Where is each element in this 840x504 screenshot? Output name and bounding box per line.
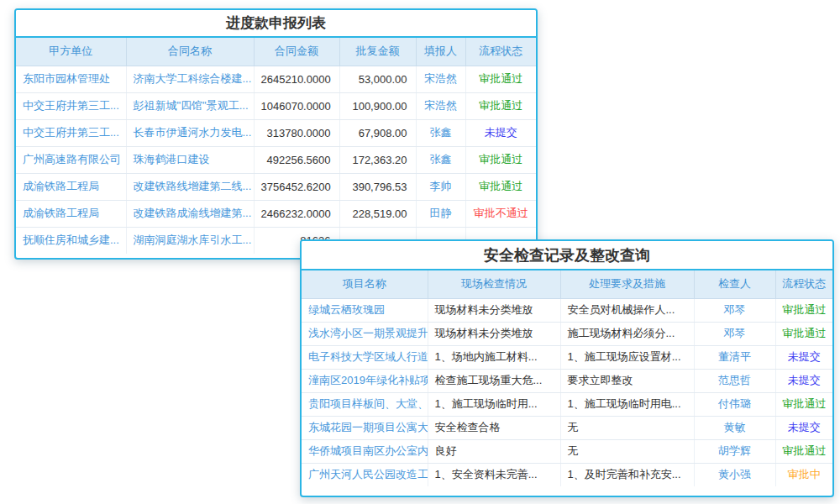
column-header-filler: 填报人 bbox=[416, 38, 465, 66]
cell-inspection: 安全检查合格 bbox=[428, 416, 560, 439]
progress-payment-table: 甲方单位合同名称合同金额批复金额填报人流程状态 东阳市园林管理处济南大学工科综合… bbox=[16, 38, 536, 254]
cell-status: 审批通过 bbox=[775, 322, 832, 345]
cell-inspection: 现场材料未分类堆放 bbox=[428, 298, 560, 322]
cell-project-name[interactable]: 浅水湾小区一期景观提升 bbox=[302, 322, 428, 345]
table-row: 中交王府井第三工...长春市伊通河水力发电...313780.000067,90… bbox=[16, 119, 536, 146]
column-header-inspection: 现场检查情况 bbox=[428, 270, 560, 298]
cell-party-unit[interactable]: 广州高速路有限公司 bbox=[16, 146, 126, 173]
cell-filler[interactable]: 宋浩然 bbox=[416, 66, 465, 92]
cell-project-name[interactable]: 华侨城项目南区办公室内 bbox=[302, 439, 428, 463]
cell-measures: 安全员对机械操作人... bbox=[560, 298, 694, 322]
cell-status: 未提交 bbox=[775, 345, 832, 369]
table-row: 华侨城项目南区办公室内良好无胡学辉审批通过 bbox=[302, 439, 832, 463]
table-row: 广州高速路有限公司珠海鹤港口建设492256.5600172,363.20张鑫审… bbox=[16, 146, 536, 173]
cell-inspector[interactable]: 胡学辉 bbox=[694, 439, 775, 463]
cell-inspector[interactable]: 范思哲 bbox=[694, 369, 775, 392]
cell-contract-name[interactable]: 改建铁路成渝线增建第... bbox=[126, 200, 254, 227]
cell-approved-amount: 172,363.20 bbox=[339, 146, 416, 173]
cell-inspector[interactable]: 邓琴 bbox=[694, 322, 775, 345]
cell-inspector[interactable]: 邓琴 bbox=[694, 298, 775, 322]
cell-status: 未提交 bbox=[465, 119, 536, 146]
cell-contract-name[interactable]: 湖南洞庭湖水库引水工... bbox=[126, 227, 254, 254]
safety-inspection-table: 项目名称现场检查情况处理要求及措施检查人流程状态 绿城云栖玫瑰园现场材料未分类堆… bbox=[302, 270, 832, 486]
cell-inspection: 现场材料未分类堆放 bbox=[428, 322, 560, 345]
cell-status: 审批通过 bbox=[775, 298, 832, 322]
cell-inspection: 1、场地内施工材料... bbox=[428, 345, 560, 369]
cell-filler[interactable]: 宋浩然 bbox=[416, 92, 465, 119]
column-header-status: 流程状态 bbox=[775, 270, 832, 298]
cell-party-unit[interactable]: 中交王府井第三工... bbox=[16, 119, 126, 146]
cell-contract-name[interactable]: 济南大学工科综合楼建... bbox=[126, 66, 254, 92]
cell-measures: 1、施工现场应设置材... bbox=[560, 345, 694, 369]
cell-contract-amount: 313780.0000 bbox=[254, 119, 339, 146]
table-row: 成渝铁路工程局改建铁路成渝线增建第...2466232.0000228,519.… bbox=[16, 200, 536, 227]
cell-approved-amount: 390,796.53 bbox=[339, 173, 416, 200]
cell-party-unit[interactable]: 抚顺住房和城乡建... bbox=[16, 227, 126, 254]
table-header-row: 甲方单位合同名称合同金额批复金额填报人流程状态 bbox=[16, 38, 536, 66]
column-header-party-unit: 甲方单位 bbox=[16, 38, 126, 66]
cell-party-unit[interactable]: 成渝铁路工程局 bbox=[16, 173, 126, 200]
cell-status: 未提交 bbox=[775, 416, 832, 439]
cell-inspector[interactable]: 黄小强 bbox=[694, 463, 775, 486]
cell-inspection: 检查施工现场重大危... bbox=[428, 369, 560, 392]
cell-project-name[interactable]: 电子科技大学区域人行道 bbox=[302, 345, 428, 369]
column-header-approved-amount: 批复金额 bbox=[339, 38, 416, 66]
cell-inspection: 1、施工现场临时用... bbox=[428, 392, 560, 416]
cell-status: 审批中 bbox=[775, 463, 832, 486]
cell-inspector[interactable]: 董清平 bbox=[694, 345, 775, 369]
cell-contract-name[interactable]: 彭祖新城"四馆"景观工... bbox=[126, 92, 254, 119]
cell-inspection: 良好 bbox=[428, 439, 560, 463]
column-header-measures: 处理要求及措施 bbox=[560, 270, 694, 298]
cell-measures: 1、及时完善和补充安... bbox=[560, 463, 694, 486]
cell-status: 审批通过 bbox=[775, 439, 832, 463]
table-row: 东城花园一期项目公寓大安全检查合格无黄敏未提交 bbox=[302, 416, 832, 439]
cell-status: 审批通过 bbox=[775, 392, 832, 416]
cell-status: 审批通过 bbox=[465, 173, 536, 200]
cell-contract-name[interactable]: 长春市伊通河水力发电... bbox=[126, 119, 254, 146]
table-row: 绿城云栖玫瑰园现场材料未分类堆放安全员对机械操作人...邓琴审批通过 bbox=[302, 298, 832, 322]
cell-status: 审批通过 bbox=[465, 92, 536, 119]
cell-inspector[interactable]: 黄敏 bbox=[694, 416, 775, 439]
cell-approved-amount: 67,908.00 bbox=[339, 119, 416, 146]
cell-approved-amount: 53,000.00 bbox=[339, 66, 416, 92]
cell-filler[interactable]: 张鑫 bbox=[416, 119, 465, 146]
cell-filler[interactable]: 田静 bbox=[416, 200, 465, 227]
cell-measures: 1、施工现场临时用电... bbox=[560, 392, 694, 416]
column-header-inspector: 检查人 bbox=[694, 270, 775, 298]
table-row: 潼南区2019年绿化补贴项检查施工现场重大危...要求立即整改范思哲未提交 bbox=[302, 369, 832, 392]
cell-contract-name[interactable]: 改建铁路线增建第二线... bbox=[126, 173, 254, 200]
cell-project-name[interactable]: 东城花园一期项目公寓大 bbox=[302, 416, 428, 439]
progress-payment-title: 进度款申报列表 bbox=[16, 10, 536, 38]
table-row: 中交王府井第三工...彭祖新城"四馆"景观工...1046070.0000100… bbox=[16, 92, 536, 119]
table-header-row: 项目名称现场检查情况处理要求及措施检查人流程状态 bbox=[302, 270, 832, 298]
cell-contract-name[interactable]: 珠海鹤港口建设 bbox=[126, 146, 254, 173]
cell-status: 未提交 bbox=[775, 369, 832, 392]
table-row: 浅水湾小区一期景观提升现场材料未分类堆放施工现场材料必须分...邓琴审批通过 bbox=[302, 322, 832, 345]
safety-inspection-title: 安全检查记录及整改查询 bbox=[302, 241, 832, 270]
table-row: 广州天河人民公园改造工1、安全资料未完善...1、及时完善和补充安...黄小强审… bbox=[302, 463, 832, 486]
progress-payment-panel: 进度款申报列表 甲方单位合同名称合同金额批复金额填报人流程状态 东阳市园林管理处… bbox=[14, 8, 538, 260]
table-row: 贵阳项目样板间、大堂、1、施工现场临时用...1、施工现场临时用电...付伟璐审… bbox=[302, 392, 832, 416]
cell-inspection: 1、安全资料未完善... bbox=[428, 463, 560, 486]
cell-project-name[interactable]: 贵阳项目样板间、大堂、 bbox=[302, 392, 428, 416]
cell-party-unit[interactable]: 东阳市园林管理处 bbox=[16, 66, 126, 92]
cell-approved-amount: 228,519.00 bbox=[339, 200, 416, 227]
column-header-contract-amount: 合同金额 bbox=[254, 38, 339, 66]
cell-project-name[interactable]: 绿城云栖玫瑰园 bbox=[302, 298, 428, 322]
cell-project-name[interactable]: 潼南区2019年绿化补贴项 bbox=[302, 369, 428, 392]
cell-contract-amount: 492256.5600 bbox=[254, 146, 339, 173]
column-header-project-name: 项目名称 bbox=[302, 270, 428, 298]
cell-status: 审批不通过 bbox=[465, 200, 536, 227]
cell-measures: 无 bbox=[560, 416, 694, 439]
safety-inspection-panel: 安全检查记录及整改查询 项目名称现场检查情况处理要求及措施检查人流程状态 绿城云… bbox=[300, 239, 834, 497]
cell-inspector[interactable]: 付伟璐 bbox=[694, 392, 775, 416]
cell-measures: 要求立即整改 bbox=[560, 369, 694, 392]
cell-filler[interactable]: 张鑫 bbox=[416, 146, 465, 173]
cell-party-unit[interactable]: 成渝铁路工程局 bbox=[16, 200, 126, 227]
cell-party-unit[interactable]: 中交王府井第三工... bbox=[16, 92, 126, 119]
cell-filler[interactable]: 李帅 bbox=[416, 173, 465, 200]
cell-measures: 无 bbox=[560, 439, 694, 463]
cell-project-name[interactable]: 广州天河人民公园改造工 bbox=[302, 463, 428, 486]
cell-approved-amount: 100,900.00 bbox=[339, 92, 416, 119]
cell-contract-amount: 2645210.0000 bbox=[254, 66, 339, 92]
